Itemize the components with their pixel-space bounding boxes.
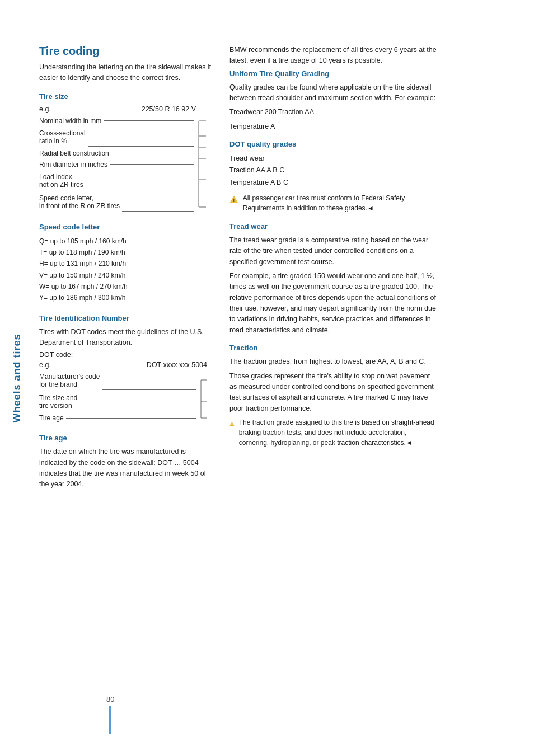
dot-code-label: DOT code: — [39, 351, 213, 359]
dot-quality-warning: ! All passenger car tires must conform t… — [229, 193, 437, 213]
dot-label-row-1: Manufacturer's codefor tire brand — [39, 370, 198, 391]
traction-heading: Traction — [229, 344, 437, 352]
tread-wear-section: Tread wear The tread wear grade is a com… — [229, 222, 437, 336]
tread-wear-heading: Tread wear — [229, 222, 437, 231]
intro-text: Understanding the lettering on the tire … — [39, 62, 213, 83]
tire-id-heading: Tire Identification Number — [39, 314, 213, 322]
uniform-tire-intro: Quality grades can be found where applic… — [229, 82, 437, 104]
tire-eg-value: 225/50 R 16 92 V — [142, 105, 196, 113]
label-6: Speed code letter,in front of the R on Z… — [39, 194, 120, 210]
warning-icon-2: ! — [229, 417, 235, 431]
traction-section: Traction The traction grades, from highe… — [229, 344, 437, 448]
right-intro: BMW recommends the replacement of all ti… — [229, 45, 437, 66]
page-number-container: 80 — [106, 695, 114, 734]
label-row-1: Nominal width in mm — [39, 115, 196, 126]
speed-item-y: Y= up to 186 mph / 300 km/h — [39, 292, 213, 303]
label-row-5: Load index,not on ZR tires — [39, 170, 196, 191]
label-row-4: Rim diameter in inches — [39, 159, 196, 170]
page-number-label: 80 — [106, 695, 114, 703]
dot-label-2: Tire size andtire version — [39, 394, 77, 410]
tire-age-text: The date on which the tire was manufactu… — [39, 447, 213, 490]
page-number-bar — [109, 706, 111, 734]
dot-label-1: Manufacturer's codefor tire brand — [39, 373, 100, 388]
dot-eg-value: DOT xxxx xxx 5004 — [147, 361, 207, 369]
dot-quality-section: DOT quality grades Tread wear Traction A… — [229, 140, 437, 213]
speed-item-q: Q= up to 105 mph / 160 km/h — [39, 236, 213, 247]
quality-item-3: Temperature A B C — [229, 177, 437, 189]
tire-id-intro: Tires with DOT codes meet the guidelines… — [39, 327, 213, 348]
tire-eg-label: e.g. — [39, 105, 51, 113]
traction-text1: The traction grades, from highest to low… — [229, 356, 437, 367]
label-row-2: Cross-sectionalratio in % — [39, 126, 196, 148]
label-3: Radial belt construction — [39, 149, 109, 157]
uniform-tire-example1: Treadwear 200 Traction AA — [229, 107, 437, 118]
uniform-tire-example2: Temperature A — [229, 121, 437, 132]
dot-eg-label: e.g. — [39, 361, 51, 369]
uniform-tire-section: Uniform Tire Quality Grading Quality gra… — [229, 69, 437, 133]
dot-quality-warning-text: All passenger car tires must conform to … — [243, 193, 437, 213]
dot-bracket — [198, 370, 213, 424]
left-column: Tire coding Understanding the lettering … — [39, 11, 213, 745]
tire-size-heading: Tire size — [39, 92, 213, 101]
traction-warning: ! The traction grade assigned to this ti… — [229, 417, 437, 448]
tire-age-section: Tire age The date on which the tire was … — [39, 434, 213, 490]
dot-label-row-3: Tire age — [39, 412, 198, 424]
label-5: Load index,not on ZR tires — [39, 173, 83, 189]
sidebar-label: Wheels and tires — [11, 334, 23, 422]
dot-diagram: e.g. DOT xxxx xxx 5004 Manufacturer's co… — [39, 361, 213, 424]
tire-id-section: Tire Identification Number Tires with DO… — [39, 314, 213, 424]
main-content: Tire coding Understanding the lettering … — [34, 0, 534, 756]
traction-warning-text: The traction grade assigned to this tire… — [239, 417, 437, 448]
speed-code-heading: Speed code letter — [39, 223, 213, 231]
speed-code-section: Speed code letter Q= up to 105 mph / 160… — [39, 223, 213, 304]
quality-list: Tread wear Traction AA A B C Temperature… — [229, 153, 437, 189]
tread-wear-text1: The tread wear grade is a comparative ra… — [229, 235, 437, 267]
tire-size-bracket — [196, 115, 213, 213]
label-1: Nominal width in mm — [39, 117, 101, 125]
warning-icon-1: ! — [229, 193, 238, 206]
traction-text2: Those grades represent the tire's abilit… — [229, 371, 437, 415]
tire-size-diagram: e.g. 225/50 R 16 92 V Nominal width in m… — [39, 105, 213, 213]
right-column: BMW recommends the replacement of all ti… — [229, 11, 437, 745]
sidebar: Wheels and tires — [0, 0, 34, 756]
label-row-6: Speed code letter,in front of the R on Z… — [39, 191, 196, 213]
tread-wear-text2: For example, a tire graded 150 would wea… — [229, 271, 437, 336]
page-title: Tire coding — [39, 45, 213, 58]
speed-item-w: W= up to 167 mph / 270 km/h — [39, 281, 213, 292]
label-2: Cross-sectionalratio in % — [39, 129, 86, 145]
speed-list: Q= up to 105 mph / 160 km/h T= up to 118… — [39, 236, 213, 304]
label-row-3: Radial belt construction — [39, 148, 196, 159]
dot-label-3: Tire age — [39, 414, 64, 422]
tire-age-heading: Tire age — [39, 434, 213, 442]
tire-size-section: Tire size e.g. 225/50 R 16 92 V Nominal … — [39, 92, 213, 213]
page-container: Wheels and tires Tire coding Understandi… — [0, 0, 534, 756]
quality-item-2: Traction AA A B C — [229, 165, 437, 176]
speed-item-v: V= up to 150 mph / 240 km/h — [39, 270, 213, 281]
dot-quality-heading: DOT quality grades — [229, 140, 437, 148]
svg-text:!: ! — [233, 198, 235, 203]
speed-item-h: H= up to 131 mph / 210 km/h — [39, 258, 213, 269]
speed-item-t: T= up to 118 mph / 190 km/h — [39, 247, 213, 258]
dot-label-row-2: Tire size andtire version — [39, 391, 198, 412]
label-4: Rim diameter in inches — [39, 161, 107, 168]
quality-item-1: Tread wear — [229, 153, 437, 165]
uniform-tire-heading: Uniform Tire Quality Grading — [229, 69, 437, 78]
